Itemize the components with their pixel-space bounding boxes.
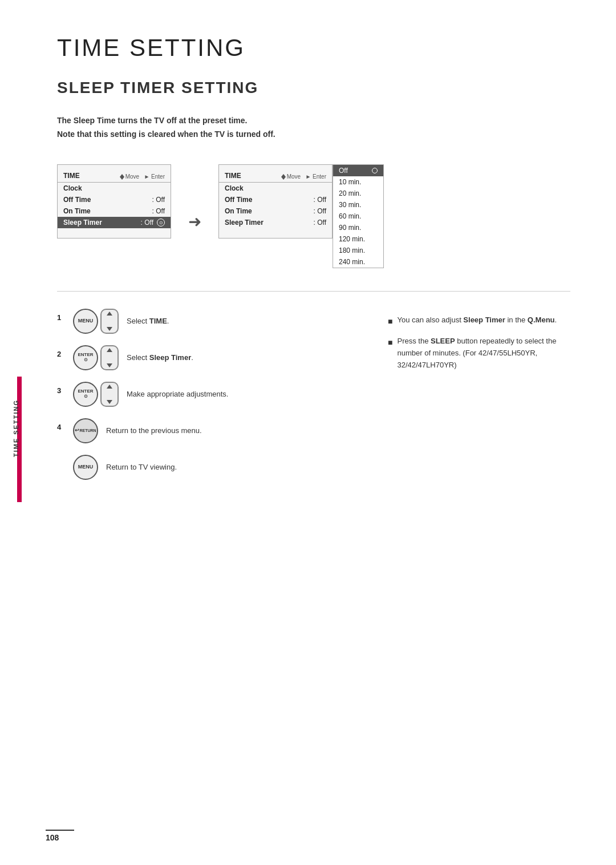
- step-5-icons: MENU: [73, 455, 98, 480]
- description-line2: Note that this setting is cleared when t…: [57, 128, 570, 142]
- step-1-icons: MENU: [73, 309, 119, 334]
- nav-arrows-2[interactable]: [100, 345, 119, 370]
- steps-section: 1 MENU Select TIME. 2 ENTER⊙: [57, 291, 570, 491]
- left-row-ontime: On Time : Off: [58, 205, 171, 217]
- step-1-number: 1: [57, 313, 65, 322]
- description-line1: The Sleep Time turns the TV off at the p…: [57, 114, 570, 128]
- page-number: 108: [46, 830, 74, 842]
- left-menu-title: TIME: [63, 172, 80, 180]
- left-row-sleeptimer: Sleep Timer : Off ⊙: [58, 217, 171, 228]
- dd-180min: 180 min.: [333, 245, 383, 256]
- step-3-icons: ENTER⊙: [73, 382, 119, 407]
- step-2: 2 ENTER⊙ Select Sleep Timer.: [57, 345, 365, 370]
- right-menu-title: TIME: [225, 172, 241, 180]
- left-row-offtime: Off Time : Off: [58, 194, 171, 205]
- note-1-bullet: ■: [388, 315, 392, 328]
- right-menu-header: TIME Move ► Enter: [219, 169, 332, 183]
- step-4-text: Return to the previous menu.: [106, 425, 202, 436]
- note-2: ■ Press the SLEEP button repeatedly to s…: [388, 336, 570, 371]
- dd-60min: 60 min.: [333, 211, 383, 222]
- step-3-number: 3: [57, 386, 65, 395]
- step-5-text: Return to TV viewing.: [106, 462, 177, 473]
- sleep-timer-dropdown: Off 10 min. 20 min. 30 min. 60 min. 90 m…: [333, 164, 384, 268]
- right-menu-area: TIME Move ► Enter Clock: [218, 164, 384, 268]
- right-row-offtime: Off Time : Off: [219, 194, 332, 205]
- step-3-text: Make appropriate adjustments.: [127, 389, 228, 400]
- left-row-clock: Clock: [58, 183, 171, 194]
- diagram-area: TIME Move ► Enter Clock Off Time: [57, 164, 570, 268]
- step-2-text: Select Sleep Timer.: [127, 352, 193, 363]
- dd-120min: 120 min.: [333, 233, 383, 245]
- right-row-clock: Clock: [219, 183, 332, 194]
- main-title: TIME SETTING: [57, 34, 570, 62]
- dd-10min: 10 min.: [333, 176, 383, 188]
- nav-arrows-1[interactable]: [100, 309, 119, 334]
- nav-down-2: [107, 363, 112, 367]
- left-menu-box: TIME Move ► Enter Clock Off Time: [57, 164, 171, 239]
- step-4-icons: ↩RETURN: [73, 418, 98, 443]
- step-3: 3 ENTER⊙ Make appropriate adjustments.: [57, 382, 365, 407]
- sidebar-label: TIME SETTING: [13, 399, 19, 457]
- arrow-right: ➜: [188, 212, 201, 231]
- right-row-ontime: On Time : Off: [219, 205, 332, 217]
- step-1-text: Select TIME.: [127, 316, 169, 327]
- step-2-icons: ENTER⊙: [73, 345, 119, 370]
- step-5: MENU Return to TV viewing.: [57, 455, 365, 480]
- dd-20min: 20 min.: [333, 188, 383, 199]
- note-1-text: You can also adjust Sleep Timer in the Q…: [397, 314, 557, 326]
- nav-down-1: [107, 327, 112, 331]
- steps-left: 1 MENU Select TIME. 2 ENTER⊙: [57, 309, 365, 491]
- step-4-number: 4: [57, 423, 65, 431]
- nav-up-3: [107, 385, 112, 389]
- nav-up-2: [107, 348, 112, 352]
- note-1: ■ You can also adjust Sleep Timer in the…: [388, 314, 570, 328]
- enter-button-3[interactable]: ENTER⊙: [73, 382, 98, 407]
- dd-off: Off: [333, 165, 383, 176]
- dd-240min: 240 min.: [333, 256, 383, 268]
- nav-up-1: [107, 312, 112, 316]
- note-2-bullet: ■: [388, 336, 392, 349]
- nav-down-3: [107, 400, 112, 404]
- step-1: 1 MENU Select TIME.: [57, 309, 365, 334]
- menu-button-1[interactable]: MENU: [73, 309, 98, 334]
- right-menu-box: TIME Move ► Enter Clock: [218, 164, 333, 239]
- right-row-sleeptimer: Sleep Timer : Off: [219, 217, 332, 228]
- enter-button-2[interactable]: ENTER⊙: [73, 345, 98, 370]
- return-button[interactable]: ↩RETURN: [73, 418, 98, 443]
- step-4: 4 ↩RETURN Return to the previous menu.: [57, 418, 365, 443]
- sub-title: SLEEP TIMER SETTING: [57, 79, 570, 97]
- note-2-text: Press the SLEEP button repeatedly to sel…: [397, 336, 570, 371]
- notes-section: ■ You can also adjust Sleep Timer in the…: [388, 309, 570, 491]
- left-menu-header: TIME Move ► Enter: [58, 169, 171, 183]
- left-menu-controls: Move ► Enter: [120, 172, 165, 180]
- nav-arrows-3[interactable]: [100, 382, 119, 407]
- menu-button-5[interactable]: MENU: [73, 455, 98, 480]
- dd-90min: 90 min.: [333, 222, 383, 233]
- right-menu-controls: Move ► Enter: [281, 172, 326, 180]
- dd-30min: 30 min.: [333, 199, 383, 211]
- description: The Sleep Time turns the TV off at the p…: [57, 114, 570, 142]
- step-2-number: 2: [57, 350, 65, 358]
